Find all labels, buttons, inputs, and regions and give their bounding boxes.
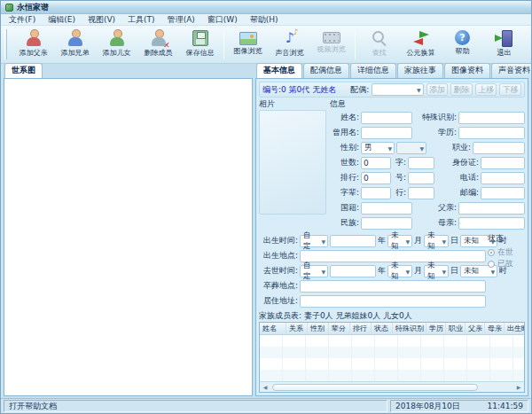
death-year-input[interactable] [330, 265, 376, 277]
phone-input[interactable] [481, 172, 525, 184]
menu-tools[interactable]: 工具(T) [121, 14, 161, 26]
toolbar-add-sibling-button[interactable]: 添加兄弟 [54, 27, 96, 62]
gender-select[interactable]: 男 [361, 142, 395, 154]
toolbar-divider [223, 29, 224, 59]
birth-year-input[interactable] [330, 235, 376, 247]
radio-deceased[interactable]: 已故 [488, 258, 525, 269]
birth-month-select[interactable]: 未知 [387, 235, 412, 247]
rank-input[interactable] [361, 172, 391, 184]
toolbar-find-button[interactable]: 查找 [358, 27, 400, 62]
day-suffix: 日 [450, 265, 458, 277]
id-card-input[interactable] [481, 157, 525, 169]
zi-input[interactable] [408, 157, 434, 169]
form-row: 姓名: 特殊识别: [330, 110, 525, 125]
exit-door-icon [495, 29, 514, 47]
radio-alive-label: 在世 [497, 246, 513, 258]
statusbar-message: 打开帮助文档 [4, 400, 387, 412]
toolbar-help-button[interactable]: 帮助 [442, 27, 483, 62]
birth-day-select[interactable]: 未知 [424, 235, 449, 247]
photo-group-label: 相片 [259, 99, 326, 109]
death-day-select[interactable]: 未知 [424, 265, 449, 277]
statusbar-date: 2018年08月10日 [395, 401, 460, 412]
tab-basic-info[interactable]: 基本信息 [256, 63, 302, 78]
swap-arrows-icon [411, 29, 431, 47]
film-icon [323, 32, 340, 43]
postcode-input[interactable] [481, 187, 525, 199]
spouse-select[interactable] [372, 83, 423, 96]
spouse-up-button[interactable]: 上移 [475, 83, 497, 96]
form-row: 世数: 字: 身份证: [330, 155, 525, 170]
tab-detail-info[interactable]: 详细信息 [350, 63, 396, 78]
add-father-icon [24, 29, 43, 47]
death-month-select[interactable]: 未知 [387, 265, 412, 277]
family-table-body[interactable] [260, 335, 524, 381]
basic-info-page: 编号:0 第0代 无姓名 配偶: 添加 删除 上移 下移 相片 信息 [255, 78, 528, 396]
horizontal-scrollbar[interactable]: ◀ ▶ [260, 381, 524, 392]
hao-input[interactable] [408, 172, 434, 184]
death-hour-value: 未知 [464, 266, 479, 277]
menu-edit[interactable]: 编辑(E) [42, 14, 82, 26]
zibei-input[interactable] [361, 187, 391, 199]
occupation-label: 职业: [428, 142, 471, 153]
delete-member-icon: ✕ [149, 29, 168, 47]
photo-placeholder[interactable] [259, 110, 326, 215]
menu-help[interactable]: 帮助(H) [244, 14, 285, 26]
father-input[interactable] [458, 202, 525, 215]
family-summary: 家族成员表: 妻子0人 兄弟姐妹0人 儿女0人 [259, 310, 525, 322]
toolbar-add-child-button[interactable]: 添加儿女 [96, 27, 137, 62]
radio-deceased-circle [488, 261, 495, 268]
gender-extra-select[interactable] [396, 142, 426, 154]
name-input[interactable] [361, 112, 412, 124]
radio-alive[interactable]: 在世 [488, 246, 525, 258]
mother-input[interactable] [458, 217, 525, 230]
nationality-input[interactable] [361, 202, 412, 215]
education-label: 学历: [414, 127, 457, 138]
spouse-del-button[interactable]: 删除 [450, 83, 473, 96]
menu-window[interactable]: 窗口(W) [201, 14, 244, 26]
burial-place-row: 卒葬地点: [259, 278, 486, 293]
death-month-value: 未知 [391, 261, 401, 282]
burial-place-input[interactable] [300, 280, 486, 293]
generation-input[interactable] [361, 157, 391, 169]
scrollbar-thumb[interactable] [272, 384, 478, 391]
menu-manage[interactable]: 管理(A) [161, 14, 201, 26]
scroll-right-icon[interactable]: ▶ [513, 382, 524, 392]
tab-family-story[interactable]: 家族往事 [397, 63, 443, 78]
toolbar-grip[interactable] [4, 29, 7, 59]
tab-image-data[interactable]: 图像资料 [444, 63, 490, 78]
toolbar-save-button[interactable]: 保存信息 [179, 27, 221, 62]
tab-sound-data[interactable]: 声音资料 [491, 63, 532, 78]
toolbar-add-father-button[interactable]: 添加父亲 [12, 27, 54, 62]
scroll-left-icon[interactable]: ◀ [260, 382, 270, 392]
toolbar-sound-browse-button[interactable]: 声音浏览 [269, 27, 310, 62]
spouse-down-button[interactable]: 下移 [499, 83, 521, 96]
birth-place-label: 出生地点: [259, 250, 298, 262]
toolbar-delete-member-button[interactable]: ✕ 删除成员 [137, 27, 179, 62]
tab-pedigree-chart[interactable]: 世系图 [4, 63, 43, 78]
toolbar-calendar-convert-button[interactable]: 公元换算 [400, 27, 442, 62]
window-title: 永恒家谱 [17, 2, 49, 13]
former-name-input[interactable] [361, 127, 412, 139]
address-input[interactable] [300, 295, 486, 308]
ethnicity-input[interactable] [361, 217, 412, 230]
toolbar-image-browse-button[interactable]: 图像浏览 [227, 27, 269, 62]
toolbar-video-browse-button[interactable]: 视频浏览 [310, 27, 352, 62]
toolbar-exit-button[interactable]: 退出 [483, 27, 525, 62]
menu-view[interactable]: 视图(V) [82, 14, 121, 26]
birth-day-value: 未知 [427, 230, 437, 252]
col-rank: 排行 [350, 323, 372, 334]
calendar-convert-label: 公元换算 [407, 48, 435, 58]
special-id-input[interactable] [458, 112, 525, 124]
menu-file[interactable]: 文件(F) [3, 14, 42, 26]
photo-column: 相片 [259, 99, 326, 230]
birth-calendar-select[interactable]: 自定 [300, 235, 328, 247]
hang-input[interactable] [408, 187, 434, 199]
death-calendar-select[interactable]: 自定 [300, 265, 328, 277]
father-label: 父亲: [414, 202, 457, 214]
education-input[interactable] [458, 127, 525, 139]
pedigree-canvas[interactable] [4, 78, 253, 396]
tab-spouse-info[interactable]: 配偶信息 [303, 63, 349, 78]
statusbar-message-text: 打开帮助文档 [9, 401, 57, 412]
spouse-add-button[interactable]: 添加 [426, 83, 449, 96]
occupation-input[interactable] [473, 142, 525, 154]
